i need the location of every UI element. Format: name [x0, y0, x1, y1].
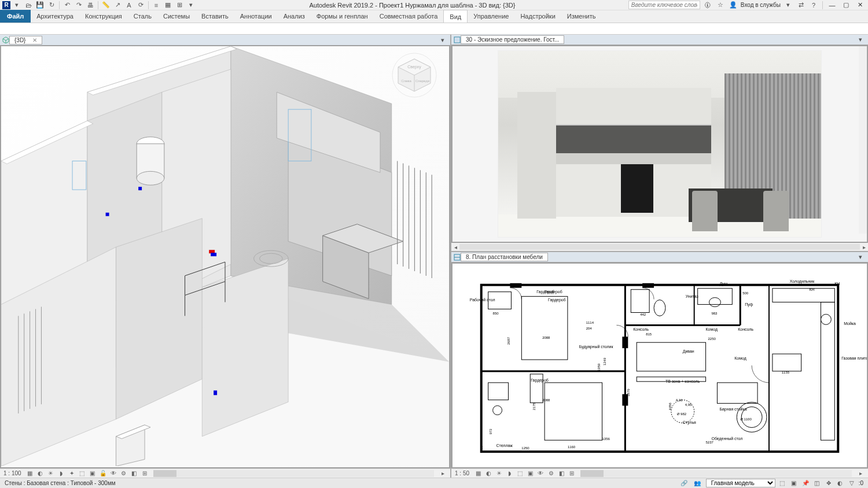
svg-text:815: 815: [646, 332, 652, 336]
crop-region-icon[interactable]: ▣: [526, 469, 534, 478]
model-selector[interactable]: Главная модель: [706, 479, 775, 487]
tab-systems[interactable]: Системы: [157, 10, 196, 23]
select-pinned-icon[interactable]: 📌: [801, 479, 810, 487]
reveal-icon[interactable]: ⚙: [120, 469, 128, 478]
tab-modify[interactable]: Изменить: [561, 10, 602, 23]
visual-style-icon[interactable]: ◐: [484, 469, 492, 478]
tab-close-icon[interactable]: ✕: [32, 37, 37, 43]
login-label[interactable]: Вход в службы: [741, 2, 781, 8]
search-input[interactable]: [628, 1, 700, 9]
align-icon[interactable]: ↗: [112, 1, 123, 10]
svg-text:Ø 1100: Ø 1100: [740, 417, 752, 421]
crop-icon[interactable]: ⬚: [516, 469, 524, 478]
scroll-right-icon[interactable]: ▸: [856, 469, 865, 478]
minimize-button[interactable]: —: [826, 1, 838, 10]
thin-lines-icon[interactable]: ≡: [151, 1, 161, 10]
v-scrollbar[interactable]: [859, 46, 867, 234]
tab-3d-view[interactable]: {3D} ✕: [9, 36, 42, 45]
switch-window-icon[interactable]: ⊞: [174, 1, 185, 10]
login-dropdown-icon[interactable]: ▾: [783, 1, 793, 10]
measure-icon[interactable]: 📏: [101, 1, 111, 10]
print-icon[interactable]: 🖶: [85, 1, 95, 10]
plan-viewport[interactable]: Рабочий стол Гардероб Гардероб Будуарный…: [452, 263, 867, 468]
tab-steel[interactable]: Сталь: [128, 10, 157, 23]
h-scrollbar[interactable]: ◂▸: [451, 243, 868, 251]
shadows-icon[interactable]: ◗: [505, 469, 513, 478]
qa-dropdown-icon[interactable]: ▾: [186, 1, 196, 10]
panel-menu-icon[interactable]: ▾: [437, 35, 448, 45]
star-icon[interactable]: ☆: [715, 1, 726, 10]
scale-label[interactable]: 1 : 50: [455, 470, 469, 476]
scale-label[interactable]: 1 : 100: [3, 470, 21, 476]
viewport-3d[interactable]: Сверху Слева Спереди: [1, 46, 450, 468]
text-icon[interactable]: A: [124, 1, 134, 10]
qa-menu-icon[interactable]: ▾: [12, 1, 22, 10]
tab-view[interactable]: Вид: [443, 10, 468, 23]
crop-icon[interactable]: ⬚: [78, 469, 86, 478]
drag-elements-icon[interactable]: ✥: [824, 479, 833, 487]
tab-structure[interactable]: Конструкция: [79, 10, 128, 23]
undo-icon[interactable]: ↶: [62, 1, 72, 10]
reveal-icon[interactable]: ⚙: [547, 469, 555, 478]
save-icon[interactable]: 💾: [35, 1, 45, 10]
scroll-right-icon[interactable]: ▸: [439, 469, 447, 478]
tab-annotate[interactable]: Аннотации: [234, 10, 278, 23]
redo-icon[interactable]: ↷: [73, 1, 84, 10]
constraints-icon[interactable]: ⊞: [141, 469, 149, 478]
tab-collaborate[interactable]: Совместная работа: [374, 10, 444, 23]
ribbon-tabs: Файл Архитектура Конструкция Сталь Систе…: [0, 10, 868, 23]
file-tab[interactable]: Файл: [0, 10, 31, 23]
right-top-tabs: 30 - Эскизное предложение. Гост... ▾: [451, 35, 868, 45]
left-view-tabs: {3D} ✕ ▾: [0, 35, 450, 45]
tab-analyze[interactable]: Анализ: [278, 10, 311, 23]
filter-icon[interactable]: ▽: [847, 479, 856, 487]
editable-only-icon[interactable]: 👥: [691, 479, 704, 487]
rendering-icon[interactable]: ✦: [68, 469, 76, 478]
sun-path-icon[interactable]: ☀: [495, 469, 503, 478]
temp-hide-icon[interactable]: 👁: [536, 469, 545, 478]
user-icon[interactable]: 👤: [728, 1, 738, 10]
background-icon[interactable]: ◐: [836, 479, 845, 487]
worksets-icon[interactable]: 🔗: [679, 479, 689, 487]
tab-manage[interactable]: Управление: [468, 10, 514, 23]
tab-insert[interactable]: Вставить: [196, 10, 234, 23]
close-button[interactable]: ✕: [854, 1, 866, 10]
exchange-icon[interactable]: ⇄: [796, 1, 806, 10]
tab-render-sheet[interactable]: 30 - Эскизное предложение. Гост...: [461, 35, 564, 44]
analytical-icon[interactable]: ◧: [557, 469, 565, 478]
sun-path-icon[interactable]: ☀: [47, 469, 55, 478]
close-hidden-icon[interactable]: ▦: [163, 1, 173, 10]
selection-count: :0: [859, 480, 863, 486]
svg-text:Барная стойка: Барная стойка: [719, 407, 746, 412]
tab-addins[interactable]: Надстройки: [514, 10, 561, 23]
shadows-icon[interactable]: ◗: [57, 469, 65, 478]
help-icon[interactable]: ?: [808, 1, 819, 10]
lock-3d-icon[interactable]: 🔓: [99, 469, 107, 478]
tab-floorplan[interactable]: 8. План расстановки мебели: [461, 253, 548, 261]
content-area: {3D} ✕ ▾ Сверху Слева Спереди: [0, 35, 868, 478]
svg-text:4,16: 4,16: [676, 398, 683, 402]
h-scrollbar[interactable]: [580, 470, 852, 477]
constraints-icon[interactable]: ⊞: [568, 469, 576, 478]
select-face-icon[interactable]: ◫: [812, 479, 822, 487]
select-underlay-icon[interactable]: ▣: [789, 479, 799, 487]
analytical-icon[interactable]: ◧: [130, 469, 138, 478]
sync-icon[interactable]: ↻: [46, 1, 57, 10]
panel-menu-icon[interactable]: ▾: [855, 35, 866, 45]
temp-hide-icon[interactable]: 👁: [109, 469, 117, 478]
visual-style-icon[interactable]: ◐: [36, 469, 45, 478]
detail-level-icon[interactable]: ▦: [26, 469, 34, 478]
detail-level-icon[interactable]: ▦: [474, 469, 482, 478]
crop-region-icon[interactable]: ▣: [89, 469, 97, 478]
open-icon[interactable]: 🗁: [23, 1, 34, 10]
svg-line-2: [6, 39, 9, 40]
tab-architecture[interactable]: Архитектура: [31, 10, 79, 23]
infocenter-icon[interactable]: 🛈: [703, 1, 713, 10]
rotate-icon[interactable]: ⟳: [135, 1, 146, 10]
panel-menu-icon[interactable]: ▾: [855, 253, 866, 262]
maximize-button[interactable]: ▢: [840, 1, 852, 10]
h-scrollbar[interactable]: [153, 470, 434, 477]
select-links-icon[interactable]: ⬚: [778, 479, 787, 487]
tab-massing[interactable]: Формы и генплан: [311, 10, 374, 23]
render-viewport[interactable]: [452, 46, 867, 242]
